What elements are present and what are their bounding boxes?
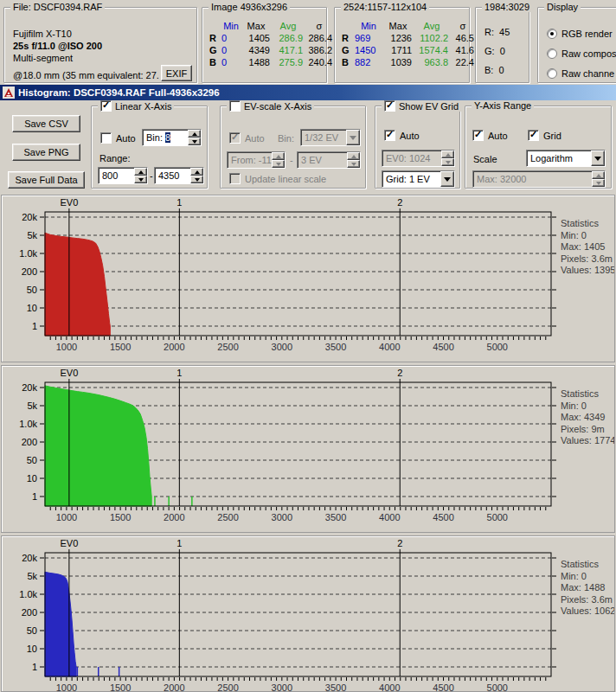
radio-raw-composite[interactable]: Raw compos: [547, 48, 616, 59]
yaxis-auto-checkbox[interactable]: ✓: [472, 130, 484, 141]
range-to-value: 4350: [155, 170, 190, 181]
svg-text:50: 50: [27, 455, 37, 465]
ev-auto-checkbox: ✓: [229, 132, 241, 144]
bin-spinbox[interactable]: Bin: 8: [142, 129, 202, 146]
b-avg: 963.8: [414, 57, 450, 67]
range-from-value: 800: [99, 170, 134, 181]
y-axis-range-group: Y-Axis Range ✓ Auto ✓ Grid Scale Logarit…: [465, 106, 612, 189]
show-ev-grid-checkbox[interactable]: ✓: [384, 100, 395, 112]
window-title: Histogram: DSCF0394.RAF Full-4936x3296: [18, 87, 220, 98]
svg-text:2: 2: [397, 538, 402, 548]
svg-text:1.0k: 1.0k: [19, 248, 37, 259]
file-group-title: File: DSCF0394.RAF: [10, 2, 105, 12]
spin-down-icon: [592, 179, 605, 187]
dropdown-arrow-icon[interactable]: [440, 171, 454, 187]
bin-label: Bin:: [146, 132, 163, 143]
save-full-data-button[interactable]: Save Full Data: [8, 171, 85, 189]
g-sigma: 41.6: [450, 45, 476, 55]
point-r-value: R: 45: [484, 27, 510, 37]
svg-text:EV0: EV0: [60, 197, 78, 208]
row-label-r: R: [209, 33, 221, 43]
pixel-point-group: 1984:3029 R: 45 G: 0 B: 0: [475, 7, 529, 83]
bin-spin-buttons[interactable]: [188, 130, 201, 145]
yaxis-grid-row[interactable]: ✓ Grid: [528, 130, 561, 141]
svg-text:EV0: EV0: [60, 538, 78, 548]
r-min: 0: [221, 33, 241, 43]
save-csv-button[interactable]: Save CSV: [12, 115, 80, 132]
svg-text:200: 200: [22, 437, 37, 447]
evgrid-auto-row[interactable]: ✓ Auto: [384, 130, 420, 141]
evgrid-auto-checkbox[interactable]: ✓: [384, 130, 395, 141]
stats-min: Min: 0: [561, 230, 615, 242]
evgrid-auto-label: Auto: [400, 131, 420, 141]
range-from-spin-buttons[interactable]: [134, 168, 147, 183]
yaxis-grid-checkbox[interactable]: ✓: [528, 130, 539, 141]
svg-text:2000: 2000: [164, 342, 184, 352]
linear-x-axis-checkbox[interactable]: ✓: [100, 100, 112, 112]
svg-text:4000: 4000: [379, 512, 400, 522]
linear-auto-row[interactable]: ✓ Auto: [100, 132, 136, 144]
linear-x-axis-group: ✓ Linear X-Axis ✓ Auto Bin: 8 Range: 800…: [91, 106, 208, 189]
radio-rgb-render[interactable]: RGB render: [547, 29, 613, 39]
yaxis-auto-row[interactable]: ✓ Auto: [472, 130, 508, 141]
ev0-value: EV0: 1024: [382, 153, 441, 163]
point-b-value: B: 0: [484, 65, 504, 75]
scale-dropdown[interactable]: Logarithm: [526, 150, 606, 167]
exif-button[interactable]: EXIF: [161, 65, 192, 81]
svg-text:1: 1: [32, 321, 37, 331]
svg-text:50: 50: [27, 625, 37, 636]
ev-scale-checkbox[interactable]: ✓: [229, 100, 241, 112]
spin-up-icon: [347, 152, 360, 160]
g-avg: 417.1: [272, 45, 305, 55]
ev-from-spinbox: From: -11: [227, 151, 286, 169]
spin-down-icon: [188, 138, 201, 145]
yaxis-max-spin-buttons: [592, 171, 605, 187]
dropdown-arrow-icon[interactable]: [591, 151, 605, 166]
blue-histogram-chart[interactable]: 20k5k1.0k20050101EV012100015002000250030…: [2, 536, 614, 692]
stats-max: Max: 1405: [561, 241, 615, 253]
svg-text:1: 1: [32, 662, 37, 672]
point-g-value: G: 0: [484, 46, 505, 56]
svg-text:4500: 4500: [433, 512, 453, 522]
row-label-b: B: [342, 57, 355, 67]
r-min: 969: [355, 33, 382, 43]
g-max: 4349: [241, 45, 272, 55]
b-min: 882: [355, 57, 382, 67]
range-from-spinbox[interactable]: 800: [98, 167, 148, 184]
range-to-spin-buttons[interactable]: [190, 168, 203, 183]
save-png-button[interactable]: Save PNG: [12, 144, 80, 161]
radio-label: Raw channe: [561, 68, 614, 79]
stats-values: Values: 1062: [561, 606, 615, 618]
b-avg: 275.9: [272, 57, 305, 67]
svg-text:3000: 3000: [272, 512, 292, 522]
image-stats-table: Min Max Avg σ R 0 1405 286.9 286.4 G 0 4…: [209, 20, 334, 68]
svg-text:EV0: EV0: [60, 368, 78, 378]
ev-grid-step-dropdown[interactable]: Grid: 1 EV: [382, 170, 455, 188]
yaxis-max-spinbox: Max: 32000: [472, 170, 606, 188]
svg-text:10: 10: [27, 303, 37, 313]
radio-label: Raw compos: [561, 48, 616, 59]
lens-info: @18.0 mm (35 mm equivalent: 27.: [13, 70, 162, 80]
svg-text:3000: 3000: [272, 682, 292, 692]
window-title-bar[interactable]: Histogram: DSCF0394.RAF Full-4936x3296: [0, 85, 616, 100]
stats-max: Max: 4349: [561, 412, 615, 424]
range-to-spinbox[interactable]: 4350: [154, 167, 204, 184]
linear-auto-checkbox[interactable]: ✓: [100, 132, 112, 144]
ev0-spinbox: EV0: 1024: [382, 150, 455, 167]
radio-icon: [547, 68, 557, 79]
svg-text:1500: 1500: [110, 342, 131, 352]
col-avg: Avg: [272, 21, 305, 31]
b-sigma: 240.4: [305, 57, 334, 67]
radio-raw-channels[interactable]: Raw channe: [547, 68, 614, 79]
stats-pixels: Pixels: 9m: [561, 424, 615, 436]
red-histogram-chart[interactable]: 20k5k1.0k20050101EV012100015002000250030…: [2, 195, 614, 362]
svg-text:4000: 4000: [379, 682, 400, 692]
blue-statistics: Statistics Min: 0 Max: 1488 Pixels: 3.6m…: [561, 559, 615, 618]
metering-mode: Multi-segment: [13, 53, 73, 63]
row-label-g: G: [342, 45, 355, 55]
ev-scale-label: EV-scale X-Axis: [244, 101, 311, 112]
exposure-info: 25s f/11.0 @ISO 200: [13, 41, 102, 51]
stats-values: Values: 1774: [561, 435, 615, 447]
svg-text:50: 50: [27, 285, 37, 295]
green-histogram-chart[interactable]: 20k5k1.0k20050101EV012100015002000250030…: [2, 366, 614, 533]
